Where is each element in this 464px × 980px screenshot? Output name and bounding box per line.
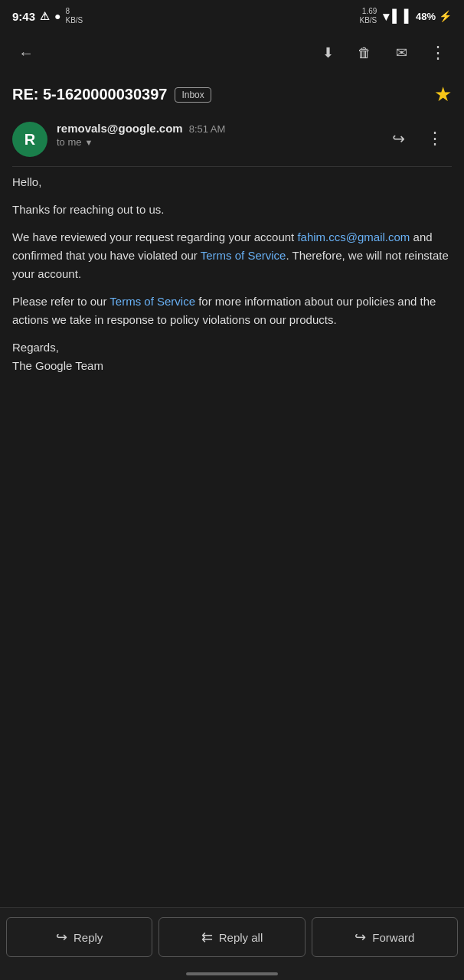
email-link[interactable]: fahim.ccs@gmail.com <box>297 230 410 243</box>
bottom-action-bar: ↩ Reply ⇇ Reply all ↪ Forward <box>0 907 464 980</box>
email-subject: RE: 5-1620000030397 <box>12 86 167 103</box>
subject-bar: RE: 5-1620000030397 Inbox ★ <box>0 75 464 114</box>
forward-icon: ↪ <box>355 929 366 946</box>
sender-actions: ↩ ⋮ <box>381 122 452 155</box>
reply-quick-button[interactable]: ↩ <box>381 122 415 155</box>
reply-all-label: Reply all <box>219 931 263 944</box>
sender-more-button[interactable]: ⋮ <box>418 122 452 155</box>
mail-button[interactable]: ✉ <box>384 36 418 70</box>
data-speed-left: 8KB/S <box>66 7 83 25</box>
to-me-toggle[interactable]: to me ▼ <box>57 136 372 148</box>
inbox-badge[interactable]: Inbox <box>175 87 211 103</box>
home-indicator <box>186 972 278 975</box>
reply-icon: ↩ <box>56 929 67 946</box>
reply-quick-icon: ↩ <box>392 129 405 148</box>
delete-icon: 🗑 <box>358 45 371 61</box>
forward-button[interactable]: ↪ Forward <box>312 917 458 957</box>
sender-email: removals@google.com <box>57 122 183 135</box>
tos-link2[interactable]: Terms of Service <box>109 295 195 308</box>
expand-icon: ▼ <box>85 138 93 147</box>
star-button[interactable]: ★ <box>434 83 452 106</box>
to-me-label: to me <box>57 136 82 148</box>
status-bar: 9:43 ⚠ ● 8KB/S 1.69KB/S ▾ ▌ ▌ 48% ⚡ <box>0 0 464 31</box>
mail-icon: ✉ <box>396 44 407 61</box>
back-icon: ← <box>18 44 34 62</box>
more-button[interactable]: ⋮ <box>421 36 455 70</box>
closing: Regards, The Google Team <box>12 338 452 375</box>
archive-icon: ⬇ <box>322 44 334 61</box>
forward-label: Forward <box>372 931 414 944</box>
sender-row: R removals@google.com 8:51 AM to me ▼ ↩ … <box>0 114 464 166</box>
body-p1-prefix: We have reviewed your request regarding … <box>12 230 297 243</box>
signal-icon2: ▌ <box>404 9 413 23</box>
avatar: R <box>12 122 47 157</box>
reply-button[interactable]: ↩ Reply <box>6 917 152 957</box>
battery-text: 48% <box>416 11 436 22</box>
back-button[interactable]: ← <box>9 36 43 70</box>
wifi-icon: ▾ <box>383 9 389 24</box>
body-p2-prefix: Please refer to our <box>12 295 109 308</box>
sender-info: removals@google.com 8:51 AM to me ▼ <box>57 122 372 148</box>
toolbar: ← ⬇ 🗑 ✉ ⋮ <box>0 31 464 75</box>
sender-more-icon: ⋮ <box>426 129 443 149</box>
reply-all-button[interactable]: ⇇ Reply all <box>158 917 305 957</box>
archive-button[interactable]: ⬇ <box>311 36 345 70</box>
greeting: Hello, <box>12 173 452 191</box>
body-paragraph2: Please refer to our Terms of Service for… <box>12 292 452 329</box>
whatsapp-icon: ● <box>54 10 60 22</box>
body-paragraph1: We have reviewed your request regarding … <box>12 228 452 283</box>
alert-icon: ⚠ <box>40 10 50 22</box>
signature: The Google Team <box>12 359 103 372</box>
battery-icon: ⚡ <box>439 10 452 22</box>
delete-button[interactable]: 🗑 <box>348 36 381 70</box>
closing-regards: Regards, <box>12 341 59 354</box>
signal-icon: ▌ <box>392 9 400 23</box>
email-body: Hello, Thanks for reaching out to us. We… <box>0 167 464 403</box>
send-time: 8:51 AM <box>189 123 226 135</box>
more-icon: ⋮ <box>430 43 447 63</box>
status-time: 9:43 <box>12 10 35 23</box>
reply-all-icon: ⇇ <box>201 929 213 946</box>
tos-link1[interactable]: Terms of Service <box>201 249 286 262</box>
reply-label: Reply <box>74 931 103 944</box>
thanks-line: Thanks for reaching out to us. <box>12 201 452 219</box>
data-speed-right: 1.69KB/S <box>359 7 377 25</box>
